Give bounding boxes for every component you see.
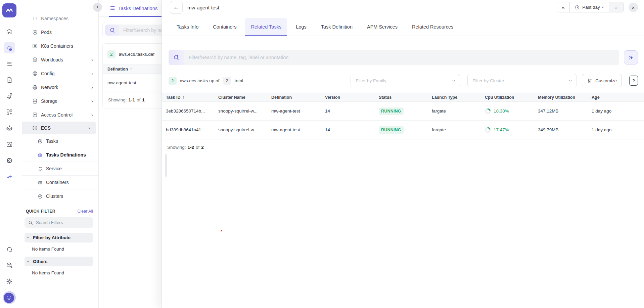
quick-filter-section: QUICK FILTER Clear All › Filter by Attri… xyxy=(19,209,98,275)
avatar[interactable] xyxy=(4,292,15,303)
filter-search-box[interactable] xyxy=(25,217,93,228)
column-version[interactable]: Version xyxy=(325,95,379,100)
sidebar-item-label: Containers xyxy=(46,180,93,185)
tab-task-definition[interactable]: Task Definition xyxy=(315,18,358,36)
sidebar-item-tasks-definations[interactable]: Tasks Definations xyxy=(22,148,98,162)
sidebar-item-config[interactable]: Config › xyxy=(19,67,98,80)
help-button[interactable]: ? xyxy=(629,76,638,86)
sidebar-item-k8s-containers[interactable]: K8s Containers xyxy=(19,39,98,53)
sidebar-item-containers[interactable]: Containers xyxy=(22,176,98,189)
tab-related-tasks[interactable]: Related Tasks xyxy=(245,18,287,36)
column-defination[interactable]: Defination xyxy=(271,95,325,100)
scrollbar-thumb[interactable] xyxy=(165,154,167,177)
sidebar-collapse-button[interactable]: › xyxy=(93,3,102,12)
column-status[interactable]: Status xyxy=(379,95,432,100)
alerts-icon[interactable] xyxy=(4,90,15,102)
tab-logs[interactable]: Logs xyxy=(290,18,312,36)
rum-icon[interactable] xyxy=(4,139,15,150)
sidebar-item-service[interactable]: Service xyxy=(22,162,98,176)
count-badge: 2 xyxy=(169,77,177,85)
total-badge: 2 xyxy=(223,77,231,85)
column-memory-utilization[interactable]: Memory Utilization xyxy=(538,95,592,100)
back-button[interactable]: ← xyxy=(170,1,183,14)
sidebar-item-label: Config xyxy=(41,71,88,76)
time-range-dropdown[interactable]: Past day › xyxy=(570,2,609,12)
column-launch-type[interactable]: Launch Type xyxy=(432,95,485,100)
middleware-logo[interactable] xyxy=(2,3,16,17)
search-filters-input[interactable] xyxy=(36,220,83,225)
table-row[interactable]: 3eb3286650714b... snoopy-squirrel-w... m… xyxy=(162,102,644,121)
ai-sparkle-icon[interactable] xyxy=(4,171,15,182)
documents-icon[interactable] xyxy=(4,74,15,86)
sidebar-item-tasks[interactable]: Tasks xyxy=(22,134,98,148)
time-prev-button[interactable]: « xyxy=(557,2,570,12)
detail-search-bar[interactable] xyxy=(169,50,619,65)
sidebar-item-label: K8s Containers xyxy=(41,43,93,49)
filter-by-family-select[interactable]: Filter by Family › xyxy=(351,74,460,87)
chevron-down-icon: › xyxy=(26,237,31,238)
home-icon[interactable] xyxy=(4,26,15,37)
column-task-id[interactable]: Task ID↑ xyxy=(166,95,218,100)
cell-defination: mw-agent-test xyxy=(271,108,325,114)
sidebar-item-access-control[interactable]: Access Control › xyxy=(19,108,98,122)
tab-tasks-info[interactable]: Tasks Info xyxy=(171,18,204,36)
support-icon[interactable] xyxy=(4,244,15,255)
integrations-icon[interactable] xyxy=(4,260,15,271)
settings-icon[interactable] xyxy=(4,276,15,287)
sidebar-item-storage[interactable]: Storage › xyxy=(19,94,98,108)
chevron-down-icon: › xyxy=(452,80,457,82)
sidebar-item-ecs[interactable]: ECS › xyxy=(22,122,96,134)
cell-version: 14 xyxy=(325,127,379,132)
column-cpu-utilization[interactable]: Cpu Utilization xyxy=(485,95,538,100)
ai-sparkles-button[interactable] xyxy=(624,50,638,64)
chevron-right-icon: › xyxy=(91,71,93,76)
customize-button[interactable]: Customize xyxy=(582,74,622,87)
icon-rail xyxy=(0,0,19,308)
sliders-icon xyxy=(587,78,593,84)
bot-icon[interactable] xyxy=(4,123,15,134)
cpu-value: 18.38% xyxy=(494,108,509,114)
processes-icon[interactable] xyxy=(4,155,15,166)
cell-defination: mw-agent-test xyxy=(271,127,325,132)
sidebar-item-workloads[interactable]: Workloads › xyxy=(19,53,98,67)
sidebar: Namespaces Pods K8s Containers Workloads… xyxy=(19,0,99,308)
tab-containers[interactable]: Containers xyxy=(207,18,242,36)
sidebar-item-label: Service xyxy=(46,166,93,171)
workspace-selector-backdrop xyxy=(19,0,98,15)
sidebar-item-label: Storage xyxy=(41,98,88,104)
time-next-button[interactable]: » xyxy=(609,2,624,12)
tab-apm-services[interactable]: APM Services xyxy=(361,18,403,36)
cell-age: 1 day ago xyxy=(592,127,644,132)
close-button[interactable]: × xyxy=(629,3,638,12)
sidebar-item-clusters[interactable]: Clusters xyxy=(22,189,98,203)
detail-header: ← mw-agent-test « Past day › » × xyxy=(162,0,644,15)
filter-by-cluster-select[interactable]: Filter by Cluster › xyxy=(467,74,577,87)
filter-group-others[interactable]: › Others xyxy=(25,257,93,266)
time-range-value: Past day xyxy=(582,5,600,10)
tab-label: Tasks Definations xyxy=(118,5,158,11)
column-age[interactable]: Age xyxy=(592,95,644,100)
sidebar-item-pods[interactable]: Pods xyxy=(19,25,98,39)
sidebar-item-network[interactable]: Network › xyxy=(19,80,98,94)
cell-cpu: 17.47% xyxy=(485,127,538,133)
empty-state-text: No Items Found xyxy=(32,247,93,252)
detail-search-input[interactable] xyxy=(184,55,619,60)
ai-search-icon xyxy=(105,25,119,36)
quick-filter-title: QUICK FILTER xyxy=(26,209,55,214)
chevron-right-icon: › xyxy=(91,57,93,62)
infrastructure-icon[interactable] xyxy=(4,42,15,53)
sort-asc-icon: ↑ xyxy=(183,95,185,100)
filter-group-attribute[interactable]: › Filter by Attribute xyxy=(25,233,93,243)
sidebar-item-label: Tasks xyxy=(46,138,93,144)
column-cluster-name[interactable]: Cluster Name xyxy=(218,95,271,100)
filter-group-label: Filter by Attribute xyxy=(33,235,71,240)
list-icon xyxy=(109,5,116,11)
table-row[interactable]: bd389db8641a41... snoopy-squirrel-w... m… xyxy=(162,121,644,139)
clear-all-link[interactable]: Clear All xyxy=(77,209,93,214)
detail-search-row xyxy=(169,50,638,65)
tab-related-resources[interactable]: Related Resources xyxy=(406,18,459,36)
logs-icon[interactable] xyxy=(4,58,15,70)
chevron-down-icon: › xyxy=(26,261,31,262)
dashboards-icon[interactable] xyxy=(4,106,15,118)
chevron-right-icon: › xyxy=(91,98,93,103)
